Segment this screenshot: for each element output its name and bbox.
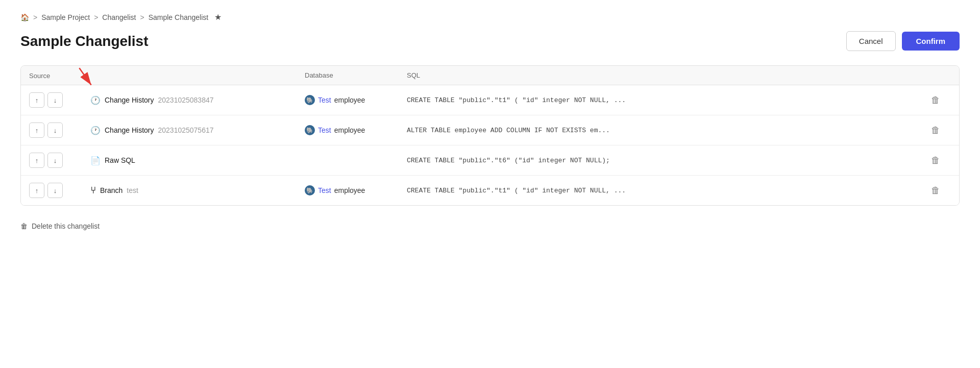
breadcrumb-changelist[interactable]: Changelist [102,13,136,21]
history-icon-2: 🕐 [90,126,101,135]
move-down-button-1[interactable]: ↓ [47,92,63,108]
source-name-3: Raw SQL [105,156,135,164]
delete-row-button-3[interactable]: 🗑 [920,153,951,168]
col-header-sql: SQL [407,71,920,79]
move-up-button-2[interactable]: ↑ [29,122,44,138]
db-table-4: employee [334,186,365,194]
source-cell-2: 🕐 Change History 20231025075617 [90,126,305,135]
breadcrumb-current: Sample Changelist [149,13,209,21]
move-down-button-2[interactable]: ↓ [47,122,63,138]
row-controls-1: ↑ ↓ [29,92,90,108]
sql-cell-1: CREATE TABLE "public"."t1" ( "id" intege… [407,96,920,104]
favorite-star-icon[interactable]: ★ [214,12,222,22]
source-id-4: test [127,186,138,194]
col-header-source: Source [29,72,50,80]
table-row: ↑ ↓ 📄 Raw SQL CREATE TABLE "public"."t6"… [21,145,959,176]
sql-cell-2: ALTER TABLE employee ADD COLUMN IF NOT E… [407,127,920,134]
db-cell-1: 🐘 Test employee [305,95,407,105]
sql-cell-4: CREATE TABLE "public"."t1" ( "id" intege… [407,187,920,194]
history-icon-1: 🕐 [90,95,101,105]
home-icon[interactable]: 🏠 [20,13,29,21]
page-header: Sample Changelist Cancel Confirm [20,31,960,51]
changelist-table: Source Database SQL ↑ ↓ 🕐 Change History… [20,65,960,206]
breadcrumb: 🏠 > Sample Project > Changelist > Sample… [20,12,960,22]
source-name-4: Branch [100,186,122,194]
header-actions: Cancel Confirm [846,31,960,51]
table-row: ↑ ↓ 🕐 Change History 20231025075617 🐘 Te… [21,115,959,145]
db-table-1: employee [334,96,365,104]
db-cell-4: 🐘 Test employee [305,185,407,195]
breadcrumb-project[interactable]: Sample Project [41,13,90,21]
source-id-2: 20231025075617 [158,126,214,134]
source-cell-3: 📄 Raw SQL [90,156,305,165]
svg-line-1 [79,68,91,85]
table-header: Source Database SQL [21,66,959,85]
delete-changelist-icon: 🗑 [20,222,28,230]
breadcrumb-sep-2: > [94,13,98,21]
move-up-button-4[interactable]: ↑ [29,183,44,198]
table-row: ↑ ↓ ⑂ Branch test 🐘 Test employee CREATE… [21,176,959,205]
db-name-2: Test [318,126,331,134]
source-cell-1: 🕐 Change History 20231025083847 [90,95,305,105]
move-down-button-3[interactable]: ↓ [47,153,63,168]
row-controls-4: ↑ ↓ [29,183,90,198]
col-header-database: Database [305,71,407,79]
move-up-button-1[interactable]: ↑ [29,92,44,108]
row-controls-2: ↑ ↓ [29,122,90,138]
db-name-4: Test [318,186,331,194]
table-row: ↑ ↓ 🕐 Change History 20231025083847 🐘 Te… [21,85,959,115]
cancel-button[interactable]: Cancel [846,31,896,51]
header-source-area: Source [29,71,90,80]
delete-row-button-4[interactable]: 🗑 [920,183,951,198]
breadcrumb-sep-1: > [33,13,37,21]
raw-sql-icon-3: 📄 [90,156,101,165]
source-name-1: Change History [105,96,154,104]
row-controls-3: ↑ ↓ [29,153,90,168]
db-name-1: Test [318,96,331,104]
move-down-button-4[interactable]: ↓ [47,183,63,198]
source-cell-4: ⑂ Branch test [90,185,305,196]
delete-row-button-1[interactable]: 🗑 [920,93,951,108]
breadcrumb-sep-3: > [140,13,144,21]
sql-cell-3: CREATE TABLE "public"."t6" ("id" integer… [407,157,920,164]
source-id-1: 20231025083847 [158,96,214,104]
branch-icon-4: ⑂ [90,185,96,196]
page-title: Sample Changelist [20,33,149,50]
db-cell-2: 🐘 Test employee [305,125,407,135]
postgres-icon-4: 🐘 [305,185,315,195]
confirm-button[interactable]: Confirm [902,32,960,51]
delete-changelist-label: Delete this changelist [32,222,100,230]
postgres-icon-2: 🐘 [305,125,315,135]
source-name-2: Change History [105,126,154,134]
move-up-button-3[interactable]: ↑ [29,153,44,168]
db-table-2: employee [334,126,365,134]
delete-changelist-button[interactable]: 🗑 Delete this changelist [20,220,100,232]
postgres-icon-1: 🐘 [305,95,315,105]
delete-row-button-2[interactable]: 🗑 [920,123,951,138]
